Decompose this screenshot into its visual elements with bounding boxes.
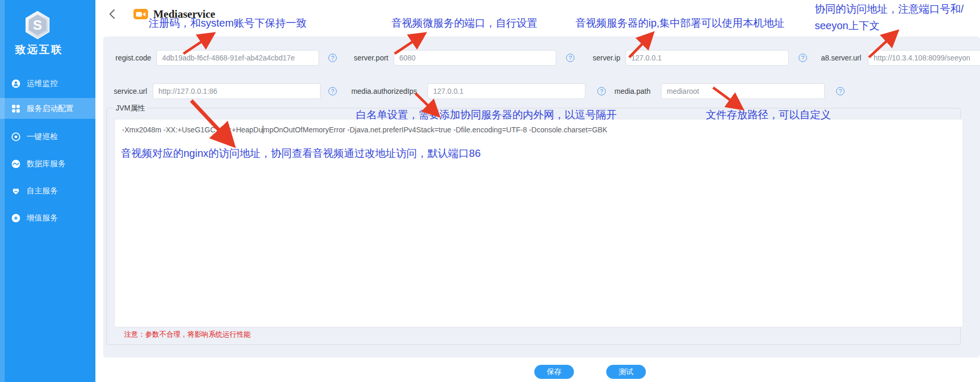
annotation-a8-url-line1: 协同的访问地址，注意端口号和/ <box>815 2 964 16</box>
user-monitor-icon <box>11 79 20 88</box>
a8-server-url-input[interactable] <box>868 50 980 66</box>
field-label-media-authorizedips: media.authorizedIps <box>341 83 417 99</box>
sidebar-item-ops-monitor[interactable]: 运维监控 <box>0 73 95 94</box>
annotation-server-ip: 音视频服务器的ip,集中部署可以使用本机地址 <box>575 16 785 30</box>
main-content: Mediaservice regist.code ? server.port ?… <box>95 0 980 382</box>
sidebar-item-label: 一键巡检 <box>27 132 58 142</box>
target-icon <box>11 132 20 141</box>
sidebar-item-service-start-config[interactable]: 服务启动配置 <box>0 98 95 119</box>
field-label-regist-code: regist.code <box>89 50 151 66</box>
jvm-value-before-caret: -Xmx2048m -XX:+UseG1GC -XX:+HeapDu <box>122 126 263 134</box>
jvm-warning-text: 注意：参数不合理，将影响系统运行性能 <box>124 330 251 339</box>
sidebar-item-database-service[interactable]: 数据库服务 <box>0 153 95 174</box>
value-added-icon <box>11 214 20 223</box>
annotation-a8-url-line2: seeyon上下文 <box>815 19 880 33</box>
server-ip-input[interactable] <box>626 50 789 66</box>
sidebar-item-one-key-inspect[interactable]: 一键巡检 <box>0 126 95 147</box>
annotation-server-port: 音视频微服务的端口，自行设置 <box>391 16 537 30</box>
field-label-media-path: media.path <box>588 83 651 99</box>
sidebar-item-value-added-service[interactable]: 增值服务 <box>0 207 95 228</box>
media-path-input[interactable] <box>661 83 825 99</box>
app-window: S 致远互联 运维监控 服务启动配置 <box>0 0 980 382</box>
save-button[interactable]: 保存 <box>534 365 574 379</box>
svg-text:S: S <box>33 17 42 33</box>
jvm-legend: JVM属性 <box>113 104 148 113</box>
annotation-regist-code: 注册码，和system账号下保持一致 <box>149 16 307 30</box>
sidebar-item-label: 运维监控 <box>27 79 58 89</box>
heart-icon <box>11 187 20 195</box>
annotation-whitelist: 白名单设置，需要添加协同服务器的内外网，以逗号隔开 <box>356 108 617 122</box>
server-port-input[interactable] <box>394 50 556 66</box>
back-chevron-icon[interactable] <box>107 8 118 20</box>
jvm-value-after-caret: mpOnOutOfMemoryError -Djava.net.preferIP… <box>263 126 607 134</box>
sidebar: S 致远互联 运维监控 服务启动配置 <box>0 0 95 382</box>
grid-icon <box>11 104 20 113</box>
service-url-input[interactable] <box>153 83 321 99</box>
sidebar-item-self-service[interactable]: 自主服务 <box>0 180 95 201</box>
regist-code-input[interactable] <box>156 50 319 66</box>
annotation-nginx-url: 音视频对应的nginx的访问地址，协同查看音视频通过改地址访问，默认端口86 <box>121 146 481 161</box>
brand-name: 致远互联 <box>0 43 78 57</box>
sidebar-item-label: 数据库服务 <box>27 159 66 169</box>
sidebar-item-label: 自主服务 <box>27 186 58 196</box>
test-button[interactable]: 测试 <box>606 365 646 379</box>
field-label-a8-server-url: a8.server.url <box>817 50 861 66</box>
annotation-media-path: 文件存放路径，可以自定义 <box>706 108 831 122</box>
field-label-server-ip: server.ip <box>558 50 620 66</box>
help-icon-service-url[interactable]: ? <box>328 87 337 95</box>
help-icon-server-ip[interactable]: ? <box>799 54 807 62</box>
video-camera-icon <box>133 8 148 20</box>
brand-logo-icon: S <box>24 10 51 40</box>
media-authorizedips-input[interactable] <box>427 83 585 99</box>
field-label-service-url: service.url <box>84 83 147 99</box>
field-label-server-port: server.port <box>326 50 388 66</box>
help-icon-media-path[interactable]: ? <box>836 87 844 95</box>
wave-chart-icon <box>11 159 20 168</box>
sidebar-item-label: 服务启动配置 <box>27 104 74 114</box>
sidebar-item-label: 增值服务 <box>27 213 58 223</box>
